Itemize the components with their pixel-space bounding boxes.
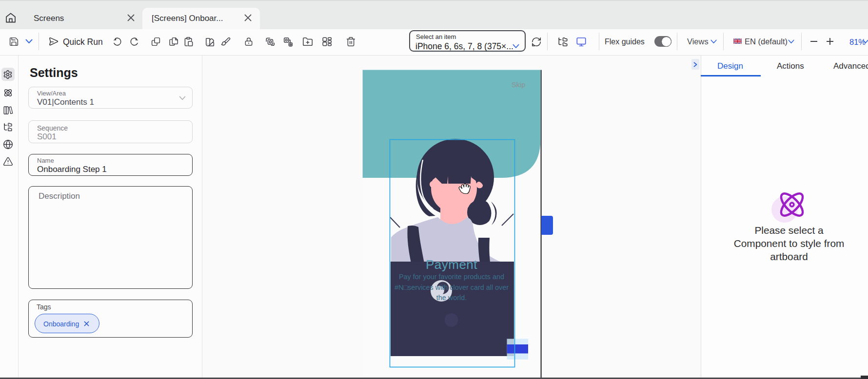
- svg-text:#N□services with clover card a: #N□services with clover card all over: [395, 284, 509, 291]
- svg-text:Skip: Skip: [512, 81, 525, 89]
- svg-text:Pay for your favorite products: Pay for your favorite products and: [399, 273, 504, 281]
- svg-text:the world.: the world.: [436, 294, 467, 302]
- svg-text:Payment: Payment: [426, 257, 477, 272]
